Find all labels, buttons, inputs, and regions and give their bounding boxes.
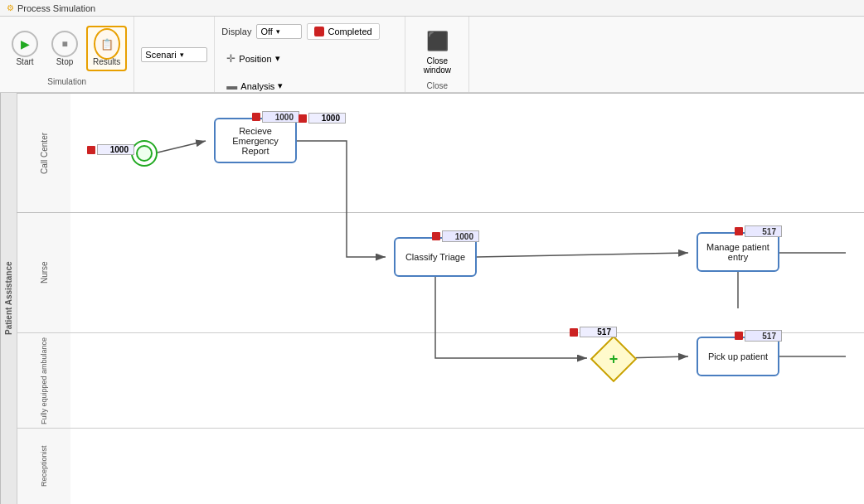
simulation-buttons: ▶ Start ■ Stop 📋 Results (7, 20, 127, 77)
simulation-group-label: Simulation (47, 77, 86, 89)
start-event[interactable] (131, 140, 158, 167)
analysis-button[interactable]: ▬ Analysis ▾ (221, 77, 288, 94)
display-dropdown[interactable]: Off ▾ (256, 24, 302, 39)
stop-label: Stop (56, 57, 74, 66)
pick-up-patient-label: Pick up patient (708, 351, 768, 361)
position-icon: ✛ (226, 52, 235, 65)
start-counter-value: 1000 (97, 144, 134, 155)
gateway-symbol: + (609, 351, 619, 368)
gateway-counter: 517 (570, 327, 617, 337)
stop-icon: ■ (51, 31, 78, 57)
lane-label-receptionist: Receptionist (17, 429, 70, 504)
manage-patient-label: Manage patient entry (701, 242, 774, 262)
close-window-button[interactable]: ⬛ Close window (412, 20, 462, 81)
receive-emergency-node[interactable]: 1000 Recieve Emergency Report (214, 118, 297, 163)
start-button[interactable]: ▶ Start (7, 27, 43, 70)
start-event-inner (136, 145, 153, 162)
results-label: Results (93, 57, 120, 66)
canvas-area: Patient Assistance Call Center Nurse Ful… (0, 93, 864, 504)
title-bar: ⚙ Process Simulation (0, 0, 864, 17)
play-icon: ▶ (12, 31, 38, 57)
simulation-group: ▶ Start ■ Stop 📋 Results Simulation (0, 17, 134, 92)
completed-label: Completed (328, 27, 371, 36)
receive-emergency-label: Recieve Emergency Report (219, 126, 292, 156)
classify-counter-top: 1000 (432, 230, 479, 242)
results-button[interactable]: 📋 Results (86, 26, 127, 71)
manage-counter-top: 517 (735, 225, 782, 237)
analysis-icon: ▬ (226, 80, 237, 92)
results-icon: 📋 (94, 31, 120, 57)
display-row: Display Off ▾ Completed (221, 20, 398, 43)
close-window-label: Close window (424, 56, 451, 75)
scenario-dropdown[interactable]: Scenari ▾ (141, 47, 207, 62)
lane-label-call-center: Call Center (17, 94, 70, 212)
app-title: Process Simulation (17, 3, 95, 13)
swimlane-grid: Call Center Nurse Fully equipped ambulan… (17, 93, 864, 504)
classify-triage-node[interactable]: 1000 Classify Triage (394, 237, 477, 277)
gateway-node[interactable]: + 517 (595, 340, 633, 378)
position-button[interactable]: ✛ Position ▾ (221, 50, 284, 67)
display-dropdown-arrow: ▾ (276, 27, 280, 36)
close-group-label: Close (427, 81, 449, 93)
outer-lane-label: Patient Assistance (0, 93, 17, 504)
manage-patient-node[interactable]: 517 Manage patient entry (697, 232, 779, 272)
lane-receptionist: Receptionist (17, 429, 864, 504)
display-label: Display (221, 27, 251, 36)
lane-label-nurse: Nurse (17, 213, 70, 332)
completed-dot (314, 27, 324, 36)
stop-button[interactable]: ■ Stop (46, 27, 83, 70)
pick-up-patient-node[interactable]: 517 Pick up patient (697, 337, 779, 376)
app-icon: ⚙ (7, 3, 14, 12)
start-label: Start (16, 57, 33, 66)
receive-counter-top: 1000 (252, 111, 299, 123)
scenario-group: Scenari ▾ (134, 17, 215, 92)
close-icon: ⬛ (422, 27, 452, 56)
start-counter: 1000 (87, 144, 134, 155)
scenario-dropdown-arrow: ▾ (180, 51, 184, 59)
close-group: ⬛ Close window Close (405, 17, 469, 92)
completed-button[interactable]: Completed (307, 23, 379, 40)
ribbon: ▶ Start ■ Stop 📋 Results Simulation (0, 17, 864, 93)
classify-triage-label: Classify Triage (405, 252, 465, 262)
lane-label-fully-equipped: Fully equipped ambulance (17, 333, 70, 428)
start-counter-dot (87, 146, 95, 154)
position-row: ✛ Position ▾ (221, 46, 398, 70)
realtime-display-group: Display Off ▾ Completed ✛ Position ▾ (215, 17, 405, 92)
pickup-counter-top: 517 (735, 330, 782, 342)
receive-counter-side: 1000 (299, 113, 346, 124)
